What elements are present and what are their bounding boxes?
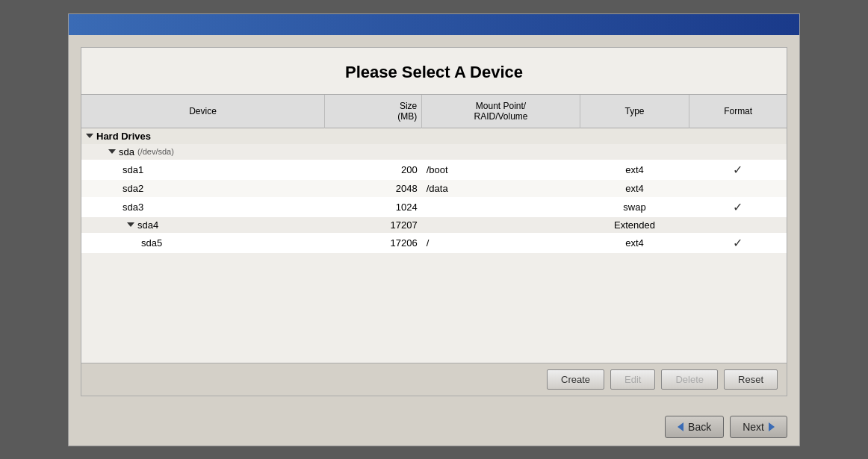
sda4-label: sda4 xyxy=(86,219,320,231)
partition-type-sda3: swap xyxy=(580,197,689,217)
sda4-expand-icon xyxy=(127,222,134,227)
partition-mount-sda3 xyxy=(422,197,580,217)
nav-footer: Back Next xyxy=(69,408,799,446)
col-header-device: Device xyxy=(81,95,325,128)
device-table: Device Size(MB) Mount Point/RAID/Volume … xyxy=(81,95,787,253)
partition-format-sda3: ✓ xyxy=(689,197,787,217)
partition-size-sda1: 200 xyxy=(325,160,422,180)
sda-format xyxy=(689,144,787,160)
partition-format-sda2 xyxy=(689,180,787,197)
create-button[interactable]: Create xyxy=(547,369,604,390)
col-header-format: Format xyxy=(689,95,787,128)
table-row[interactable]: sda5 17206 / ext4 ✓ xyxy=(81,233,787,253)
sda-expand-icon xyxy=(108,149,116,154)
sda-mount xyxy=(422,144,580,160)
sda-type xyxy=(580,144,689,160)
device-panel: Please Select A Device Device Size(MB) M… xyxy=(81,47,787,396)
partition-mount-sda2: /data xyxy=(422,180,580,197)
table-header-row: Device Size(MB) Mount Point/RAID/Volume … xyxy=(81,95,787,128)
partition-name-sda5: sda5 xyxy=(81,233,325,253)
bottom-toolbar: Create Edit Delete Reset xyxy=(81,363,787,396)
partition-format-sda1: ✓ xyxy=(689,160,787,180)
col-header-type: Type xyxy=(580,95,689,128)
sda4-size: 17207 xyxy=(325,217,422,233)
reset-button[interactable]: Reset xyxy=(724,369,778,390)
device-table-container: Device Size(MB) Mount Point/RAID/Volume … xyxy=(81,95,787,363)
col-header-mount: Mount Point/RAID/Volume xyxy=(422,95,580,128)
sda4-format xyxy=(689,217,787,233)
partition-size-sda2: 2048 xyxy=(325,180,422,197)
next-arrow-icon xyxy=(769,422,775,431)
back-arrow-icon xyxy=(678,422,683,431)
main-window: Please Select A Device Device Size(MB) M… xyxy=(68,13,800,446)
group-expand-icon xyxy=(86,134,93,138)
partition-name-sda2: sda2 xyxy=(81,180,325,197)
group-label-hard-drives: Hard Drives xyxy=(86,131,782,142)
partition-size-sda5: 17206 xyxy=(325,233,422,253)
top-bar xyxy=(69,14,799,35)
sda-size xyxy=(325,144,422,160)
sda-path: (/dev/sda) xyxy=(137,147,174,156)
partition-type-sda5: ext4 xyxy=(580,233,689,253)
table-row[interactable]: sda3 1024 swap ✓ xyxy=(81,197,787,217)
sda4-name: sda4 xyxy=(137,219,158,231)
partition-mount-sda5: / xyxy=(422,233,580,253)
next-button[interactable]: Next xyxy=(730,416,787,438)
partition-type-sda2: ext4 xyxy=(580,180,689,197)
group-name: Hard Drives xyxy=(96,131,151,142)
back-label: Back xyxy=(688,421,711,433)
page-title: Please Select A Device xyxy=(81,48,787,95)
sda4-type: Extended xyxy=(580,217,689,233)
sda4-mount xyxy=(422,217,580,233)
partition-name-sda1: sda1 xyxy=(81,160,325,180)
group-row-hard-drives[interactable]: Hard Drives xyxy=(81,128,787,144)
partition-mount-sda1: /boot xyxy=(422,160,580,180)
next-label: Next xyxy=(743,421,764,433)
back-button[interactable]: Back xyxy=(665,416,724,438)
main-content: Please Select A Device Device Size(MB) M… xyxy=(69,35,799,408)
delete-button[interactable]: Delete xyxy=(661,369,718,390)
edit-button[interactable]: Edit xyxy=(610,369,655,390)
device-row-sda[interactable]: sda (/dev/sda) xyxy=(81,144,787,160)
sda-name: sda xyxy=(119,146,134,157)
partition-type-sda1: ext4 xyxy=(580,160,689,180)
partition-format-sda5: ✓ xyxy=(689,233,787,253)
partition-size-sda3: 1024 xyxy=(325,197,422,217)
device-row-sda4[interactable]: sda4 17207 Extended xyxy=(81,217,787,233)
partition-name-sda3: sda3 xyxy=(81,197,325,217)
sda-label: sda (/dev/sda) xyxy=(86,146,320,157)
table-row[interactable]: sda1 200 /boot ext4 ✓ xyxy=(81,160,787,180)
table-row[interactable]: sda2 2048 /data ext4 xyxy=(81,180,787,197)
col-header-size: Size(MB) xyxy=(325,95,422,128)
